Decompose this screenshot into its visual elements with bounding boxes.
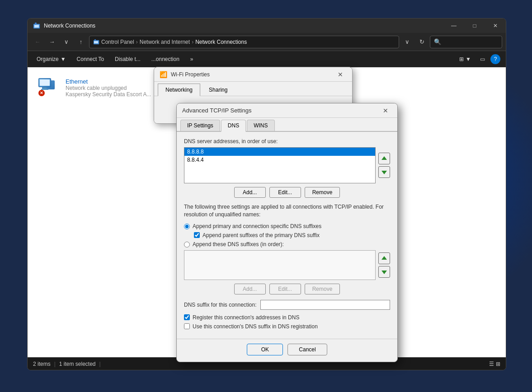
down-arrow-icon (381, 169, 387, 175)
address-path[interactable]: Control Panel › Network and Internet › N… (89, 36, 399, 48)
info-text: The following three settings are applied… (184, 203, 390, 219)
ok-button[interactable]: OK (247, 344, 283, 355)
dns-move-up-button[interactable] (378, 153, 390, 164)
path-sep-2: › (192, 39, 193, 45)
suffix-down-arrow-icon (381, 269, 387, 275)
parent-suffix-label: Append parent suffixes of the primary DN… (202, 232, 320, 238)
adv-tab-wins[interactable]: WINS (247, 120, 274, 131)
svg-rect-1 (34, 25, 39, 28)
dns-remove-button[interactable]: Remove (305, 187, 340, 198)
disable-button[interactable]: Disable t... (111, 54, 144, 64)
suffix-add-button[interactable]: Add... (234, 284, 266, 294)
view-options-button[interactable]: ⊞ ▼ (456, 54, 475, 64)
cancel-button[interactable]: Cancel (287, 344, 327, 355)
dns-edit-button[interactable]: Edit... (269, 187, 301, 198)
selected-count: 1 item selected (59, 361, 96, 367)
view-grid-button[interactable]: ⊞ (496, 361, 500, 367)
connect-to-button[interactable]: Connect To (73, 54, 108, 64)
suffix-move-down-button[interactable] (378, 266, 390, 278)
dns-suffix-label: DNS suffix for this connection: (184, 302, 257, 308)
back-button[interactable]: ← (31, 36, 44, 48)
radio-append-primary: Append primary and connection specific D… (184, 223, 390, 229)
organize-arrow: ▼ (61, 56, 66, 62)
append-primary-label: Append primary and connection specific D… (193, 223, 321, 229)
organize-label: Organize (37, 56, 59, 62)
pane-toggle-button[interactable]: ▭ (476, 54, 489, 64)
dns-list-container: 8.8.8.8 8.8.4.4 (184, 147, 390, 183)
suffix-edit-button[interactable]: Edit... (269, 284, 301, 294)
checkbox-register-dns: Register this connection's addresses in … (184, 314, 390, 321)
dns-entry-2[interactable]: 8.8.4.4 (184, 156, 375, 164)
adv-body: DNS server addresses, in order of use: 8… (177, 132, 397, 339)
item-count: 2 items (33, 361, 51, 367)
error-icon: ✕ (38, 90, 45, 96)
suffix-move-up-button[interactable] (378, 252, 390, 264)
adv-title-bar: Advanced TCP/IP Settings ✕ (177, 103, 397, 118)
maximize-button[interactable]: □ (464, 19, 485, 33)
help-icon: ? (494, 56, 497, 62)
svg-rect-4 (94, 41, 98, 43)
comp-screen (40, 79, 50, 86)
append-primary-radio[interactable] (184, 224, 190, 229)
organize-button[interactable]: Organize ▼ (33, 54, 70, 64)
toolbar-right: ⊞ ▼ ▭ ? (456, 54, 500, 64)
dns-entry-1[interactable]: 8.8.8.8 (184, 148, 375, 156)
wifi-tab-sharing[interactable]: Sharing (201, 84, 235, 96)
wifi-tab-networking[interactable]: Networking (158, 84, 200, 96)
search-icon: 🔍 (434, 38, 441, 45)
wifi-tab-sharing-label: Sharing (209, 87, 227, 93)
radio-append-these: Append these DNS suffixes (in order): (184, 241, 390, 247)
checkbox-parent-suffix: Append parent suffixes of the primary DN… (194, 232, 390, 238)
close-button[interactable]: ✕ (485, 19, 506, 33)
view-grid-icon: ⊞ (459, 56, 464, 62)
view-arrow: ▼ (466, 56, 471, 62)
path-dropdown-button[interactable]: ∨ (401, 36, 414, 48)
help-button[interactable]: ? (490, 54, 500, 64)
adv-tab-dns[interactable]: DNS (221, 120, 246, 132)
dns-list[interactable]: 8.8.8.8 8.8.4.4 (184, 147, 376, 183)
disable-label: Disable t... (115, 56, 141, 62)
dropdown-button[interactable]: ∨ (60, 36, 73, 48)
wifi-close-button[interactable]: ✕ (334, 70, 347, 79)
adv-close-button[interactable]: ✕ (379, 106, 392, 116)
append-these-radio[interactable] (184, 242, 190, 247)
connection-label: ...onnection (151, 56, 179, 62)
suffix-remove-button[interactable]: Remove (305, 284, 340, 294)
search-box[interactable]: 🔍 (430, 36, 502, 48)
refresh-button[interactable]: ↻ (415, 36, 428, 48)
adv-tabs: IP Settings DNS WINS (177, 118, 397, 132)
path-segment-3: Network Connections (195, 39, 247, 45)
status-separator-2: | (99, 361, 101, 367)
dns-move-down-button[interactable] (378, 166, 390, 178)
suffix-list-arrows (378, 250, 390, 280)
minimize-button[interactable]: — (443, 19, 464, 33)
adv-footer: OK Cancel (177, 339, 397, 362)
toolbar: Organize ▼ Connect To Disable t... ...on… (28, 51, 506, 67)
adv-tab-ip-label: IP Settings (187, 122, 213, 129)
register-dns-label: Register this connection's addresses in … (193, 314, 299, 321)
svg-marker-9 (381, 271, 387, 274)
dns-add-button[interactable]: Add... (234, 187, 266, 198)
connection-button[interactable]: ...onnection (148, 54, 183, 64)
title-bar-buttons: — □ ✕ (443, 19, 506, 33)
adv-tab-ip[interactable]: IP Settings (180, 120, 220, 131)
up-button[interactable]: ↑ (75, 36, 87, 48)
wifi-title-bar: 📶 Wi-Fi Properties ✕ (154, 67, 352, 82)
more-button[interactable]: » (187, 54, 197, 64)
forward-button[interactable]: → (46, 36, 58, 48)
suffix-list[interactable] (184, 250, 376, 280)
dns-action-buttons: Add... Edit... Remove (184, 187, 390, 198)
use-suffix-checkbox[interactable] (184, 323, 190, 329)
svg-rect-5 (94, 39, 96, 41)
ethernet-icon: ✕ (38, 78, 60, 96)
suffix-list-container (184, 250, 390, 280)
title-bar: Network Connections — □ ✕ (28, 19, 506, 33)
connect-to-label: Connect To (77, 56, 104, 62)
dns-section-label: DNS server addresses, in order of use: (184, 138, 390, 145)
register-dns-checkbox[interactable] (184, 314, 190, 320)
checkbox-use-suffix: Use this connection's DNS suffix in DNS … (184, 323, 390, 330)
parent-suffix-checkbox[interactable] (194, 232, 200, 238)
view-list-button[interactable]: ☰ (489, 361, 494, 367)
dns-suffix-input[interactable] (260, 300, 390, 310)
adv-tab-dns-label: DNS (228, 122, 239, 129)
